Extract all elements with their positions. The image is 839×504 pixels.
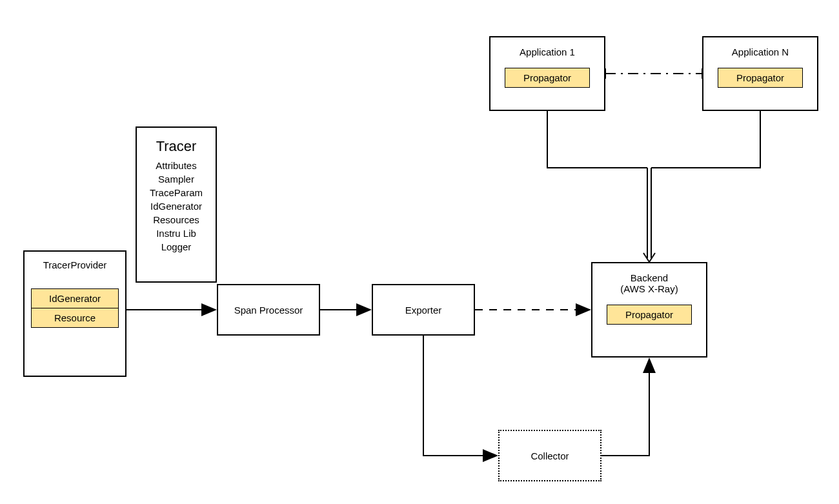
tracer-title: Tracer [141, 138, 212, 155]
box-collector: Collector [498, 430, 601, 481]
span-processor-title: Span Processor [234, 305, 303, 316]
appN-propagator-label: Propagator [736, 72, 784, 83]
tracer-provider-title: TracerProvider [31, 259, 119, 270]
backend-subtitle: (AWS X-Ray) [603, 283, 696, 294]
box-app-n: Application N Propagator [702, 36, 818, 111]
inner-resource: Resource [31, 308, 119, 328]
box-backend: Backend (AWS X-Ray) Propagator [591, 262, 707, 358]
inner-id-generator: IdGenerator [31, 288, 119, 308]
tracer-attr-0: Attributes [141, 159, 212, 172]
id-generator-label: IdGenerator [49, 293, 101, 304]
backend-propagator-label: Propagator [625, 309, 673, 320]
appN-propagator: Propagator [718, 68, 803, 88]
resource-label: Resource [54, 312, 96, 323]
backend-title: Backend [603, 272, 696, 283]
appN-title: Application N [714, 46, 807, 57]
box-app-1: Application 1 Propagator [489, 36, 605, 111]
app1-propagator: Propagator [505, 68, 590, 88]
tracer-attr-5: Instru Lib [141, 227, 212, 240]
backend-propagator: Propagator [607, 305, 692, 325]
box-span-processor: Span Processor [217, 284, 320, 336]
tracer-attr-4: Resources [141, 213, 212, 227]
tracer-attr-2: TraceParam [141, 186, 212, 199]
exporter-title: Exporter [405, 305, 442, 316]
tracer-attr-1: Sampler [141, 172, 212, 186]
tracer-attr-3: IdGenerator [141, 199, 212, 213]
collector-title: Collector [531, 450, 569, 461]
box-tracer-provider: TracerProvider IdGenerator Resource [23, 250, 126, 377]
app1-propagator-label: Propagator [523, 72, 571, 83]
app1-title: Application 1 [501, 46, 594, 57]
tracer-attr-6: Logger [141, 240, 212, 254]
box-tracer: Tracer Attributes Sampler TraceParam IdG… [136, 126, 217, 283]
box-exporter: Exporter [372, 284, 475, 336]
